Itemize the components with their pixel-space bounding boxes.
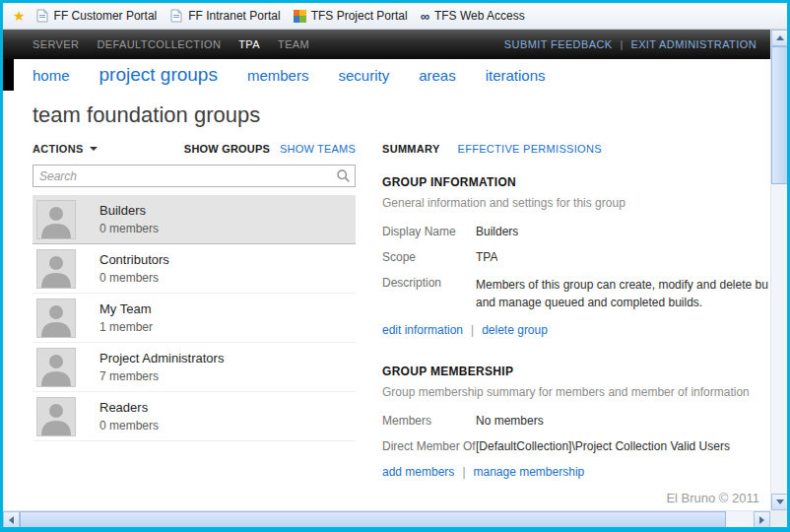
section-heading: GROUP INFORMATION <box>382 175 770 189</box>
content-area: team foundation groups ACTIONS SHOW GROU… <box>3 91 770 510</box>
avatar <box>36 397 76 436</box>
tab-areas[interactable]: areas <box>419 67 456 84</box>
field-value-direct-member-of: [DefaultCollection]\Project Collection V… <box>476 439 730 453</box>
favorite-link-customer-portal[interactable]: FF Customer Portal <box>32 5 166 27</box>
admin-nav-bar: SERVER DEFAULTCOLLECTION TPA TEAM SUBMIT… <box>3 30 770 59</box>
group-member-count: 0 members <box>99 419 159 432</box>
tab-iterations[interactable]: iterations <box>486 67 546 84</box>
section-subtitle: Group membership summary for members and… <box>382 385 770 399</box>
list-item-readers[interactable]: Readers 0 members <box>33 392 356 441</box>
avatar <box>36 200 76 239</box>
vertical-scrollbar[interactable] <box>770 30 787 510</box>
horizontal-scroll-thumb[interactable] <box>20 511 726 527</box>
tfs-web-access-icon: ∞ <box>421 10 429 23</box>
watermark-credit: El Bruno © 2011 <box>666 491 759 505</box>
group-member-count: 0 members <box>99 222 159 235</box>
tab-home[interactable]: home <box>33 67 70 84</box>
description-line-1: Members of this group can create, modify… <box>476 276 768 294</box>
page-icon <box>35 9 49 23</box>
field-value-scope: TPA <box>476 250 497 264</box>
tab-effective-permissions[interactable]: EFFECTIVE PERMISSIONS <box>458 143 602 155</box>
favorite-link-tfs-project-portal[interactable]: TFS Project Portal <box>290 5 417 27</box>
admin-nav-server[interactable]: SERVER <box>33 38 79 50</box>
group-name: Readers <box>99 400 159 415</box>
browser-window: ★ FF Customer Portal FF Intranet Portal <box>3 3 787 527</box>
list-item-builders[interactable]: Builders 0 members <box>33 195 356 244</box>
arrow-right-icon <box>759 516 764 524</box>
scroll-down-button[interactable] <box>771 494 787 510</box>
chevron-down-icon <box>90 147 98 151</box>
list-item-contributors[interactable]: Contributors 0 members <box>33 244 356 294</box>
tab-summary[interactable]: SUMMARY <box>382 143 440 155</box>
group-name: Builders <box>99 203 159 218</box>
favorite-link-tfs-web-access[interactable]: ∞ TFS Web Access <box>417 5 534 27</box>
tab-project-groups[interactable]: project groups <box>99 64 218 86</box>
group-name: My Team <box>99 301 153 316</box>
screenshot-frame: ★ FF Customer Portal FF Intranet Portal <box>0 0 790 532</box>
field-value-display-name: Builders <box>476 225 518 238</box>
submit-feedback-link[interactable]: SUBMIT FEEDBACK <box>504 38 613 50</box>
main-tab-bar: home project groups members security are… <box>3 59 770 91</box>
field-label-members: Members <box>382 414 476 428</box>
page-title: team foundation groups <box>33 102 770 128</box>
exit-administration-link[interactable]: EXIT ADMINISTRATION <box>630 38 757 50</box>
separator: | <box>471 323 474 337</box>
admin-nav-tpa[interactable]: TPA <box>238 38 260 50</box>
admin-nav-defaultcollection[interactable]: DEFAULTCOLLECTION <box>97 38 221 50</box>
admin-nav-team[interactable]: TEAM <box>278 38 309 50</box>
group-information-section: GROUP INFORMATION General information an… <box>382 175 770 337</box>
list-item-project-administrators[interactable]: Project Administrators 7 members <box>33 343 356 392</box>
add-members-link[interactable]: add members <box>382 465 454 479</box>
search-input[interactable] <box>33 165 356 187</box>
actions-menu-button[interactable]: ACTIONS <box>33 143 98 155</box>
delete-group-link[interactable]: delete group <box>482 323 548 337</box>
page-main: SERVER DEFAULTCOLLECTION TPA TEAM SUBMIT… <box>3 30 770 510</box>
description-line-2: and manage queued and completed builds. <box>476 294 768 311</box>
group-list: Builders 0 members Contributo <box>33 195 356 441</box>
scroll-up-button[interactable] <box>771 30 787 46</box>
separator: | <box>621 38 624 50</box>
tfs-portal-icon <box>294 10 306 23</box>
group-member-count: 1 member <box>99 320 153 334</box>
favorite-label: FF Intranet Portal <box>188 9 280 23</box>
tab-security[interactable]: security <box>338 67 389 84</box>
field-label-scope: Scope <box>382 250 476 264</box>
group-name: Contributors <box>99 252 169 267</box>
avatar <box>36 348 76 387</box>
list-item-my-team[interactable]: My Team 1 member <box>33 294 356 343</box>
show-groups-toggle[interactable]: SHOW GROUPS <box>184 143 270 155</box>
group-member-count: 0 members <box>99 271 169 285</box>
manage-membership-link[interactable]: manage membership <box>474 465 585 479</box>
favorite-label: TFS Project Portal <box>311 9 408 23</box>
group-member-count: 7 members <box>99 369 224 383</box>
tab-members[interactable]: members <box>247 67 309 84</box>
group-detail-panel: SUMMARY EFFECTIVE PERMISSIONS GROUP INFO… <box>382 140 770 479</box>
edit-information-link[interactable]: edit information <box>382 323 463 337</box>
field-label-display-name: Display Name <box>382 225 476 238</box>
scroll-right-button[interactable] <box>754 511 770 527</box>
field-label-direct-member-of: Direct Member Of <box>382 439 476 453</box>
arrow-down-icon <box>776 499 784 504</box>
page-icon <box>169 9 183 23</box>
favorite-label: TFS Web Access <box>434 9 525 23</box>
section-subtitle: General information and settings for thi… <box>382 196 770 210</box>
section-heading: GROUP MEMBERSHIP <box>382 365 770 378</box>
scrollbar-corner <box>770 510 787 527</box>
groups-panel: ACTIONS SHOW GROUPS SHOW TEAMS <box>33 140 356 479</box>
group-name: Project Administrators <box>99 351 224 366</box>
horizontal-scrollbar[interactable] <box>3 510 770 527</box>
show-teams-toggle[interactable]: SHOW TEAMS <box>280 143 356 155</box>
favorites-star-icon[interactable]: ★ <box>13 8 26 24</box>
group-membership-section: GROUP MEMBERSHIP Group membership summar… <box>382 365 770 479</box>
arrow-left-icon <box>9 516 14 524</box>
field-value-description: Members of this group can create, modify… <box>476 276 768 311</box>
scroll-left-button[interactable] <box>3 511 20 527</box>
avatar <box>36 299 76 338</box>
arrow-up-icon <box>776 35 784 40</box>
favorite-label: FF Customer Portal <box>54 9 158 23</box>
separator: | <box>462 465 465 479</box>
vertical-scroll-thumb[interactable] <box>771 46 787 184</box>
favorite-link-intranet-portal[interactable]: FF Intranet Portal <box>165 5 289 27</box>
favorites-bar: ★ FF Customer Portal FF Intranet Portal <box>3 3 787 30</box>
page-area: SERVER DEFAULTCOLLECTION TPA TEAM SUBMIT… <box>3 30 787 527</box>
